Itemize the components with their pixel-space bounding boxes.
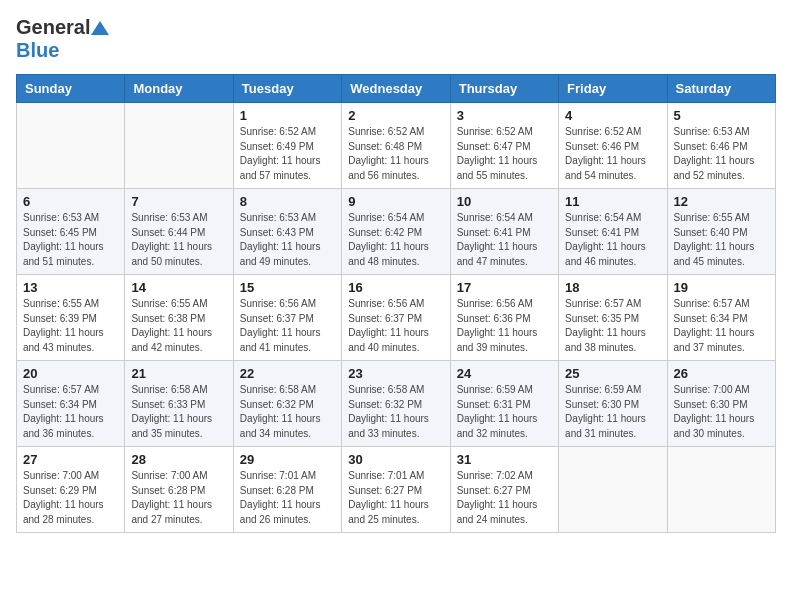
day-number: 9 xyxy=(348,194,443,209)
day-info: Sunrise: 6:53 AMSunset: 6:44 PMDaylight:… xyxy=(131,211,226,269)
calendar-cell: 25Sunrise: 6:59 AMSunset: 6:30 PMDayligh… xyxy=(559,361,667,447)
weekday-header: Wednesday xyxy=(342,75,450,103)
calendar-cell: 10Sunrise: 6:54 AMSunset: 6:41 PMDayligh… xyxy=(450,189,558,275)
page-header: General Blue xyxy=(16,16,776,62)
day-number: 10 xyxy=(457,194,552,209)
day-info: Sunrise: 6:54 AMSunset: 6:41 PMDaylight:… xyxy=(457,211,552,269)
svg-marker-0 xyxy=(91,21,109,35)
weekday-header: Monday xyxy=(125,75,233,103)
day-number: 31 xyxy=(457,452,552,467)
calendar-cell: 3Sunrise: 6:52 AMSunset: 6:47 PMDaylight… xyxy=(450,103,558,189)
day-info: Sunrise: 6:55 AMSunset: 6:39 PMDaylight:… xyxy=(23,297,118,355)
day-number: 6 xyxy=(23,194,118,209)
day-number: 25 xyxy=(565,366,660,381)
logo-icon xyxy=(91,21,109,35)
day-number: 15 xyxy=(240,280,335,295)
calendar-cell: 28Sunrise: 7:00 AMSunset: 6:28 PMDayligh… xyxy=(125,447,233,533)
weekday-header: Sunday xyxy=(17,75,125,103)
day-number: 20 xyxy=(23,366,118,381)
day-info: Sunrise: 7:00 AMSunset: 6:28 PMDaylight:… xyxy=(131,469,226,527)
day-number: 26 xyxy=(674,366,769,381)
day-number: 23 xyxy=(348,366,443,381)
weekday-header: Friday xyxy=(559,75,667,103)
calendar-cell: 20Sunrise: 6:57 AMSunset: 6:34 PMDayligh… xyxy=(17,361,125,447)
day-info: Sunrise: 6:53 AMSunset: 6:45 PMDaylight:… xyxy=(23,211,118,269)
calendar-cell: 1Sunrise: 6:52 AMSunset: 6:49 PMDaylight… xyxy=(233,103,341,189)
day-info: Sunrise: 6:52 AMSunset: 6:49 PMDaylight:… xyxy=(240,125,335,183)
calendar-cell: 12Sunrise: 6:55 AMSunset: 6:40 PMDayligh… xyxy=(667,189,775,275)
calendar-cell: 5Sunrise: 6:53 AMSunset: 6:46 PMDaylight… xyxy=(667,103,775,189)
calendar-cell: 27Sunrise: 7:00 AMSunset: 6:29 PMDayligh… xyxy=(17,447,125,533)
day-info: Sunrise: 6:53 AMSunset: 6:46 PMDaylight:… xyxy=(674,125,769,183)
day-number: 17 xyxy=(457,280,552,295)
day-info: Sunrise: 7:01 AMSunset: 6:28 PMDaylight:… xyxy=(240,469,335,527)
calendar-cell: 22Sunrise: 6:58 AMSunset: 6:32 PMDayligh… xyxy=(233,361,341,447)
day-info: Sunrise: 6:54 AMSunset: 6:42 PMDaylight:… xyxy=(348,211,443,269)
day-number: 28 xyxy=(131,452,226,467)
day-info: Sunrise: 7:00 AMSunset: 6:30 PMDaylight:… xyxy=(674,383,769,441)
calendar-cell: 11Sunrise: 6:54 AMSunset: 6:41 PMDayligh… xyxy=(559,189,667,275)
weekday-header: Tuesday xyxy=(233,75,341,103)
day-info: Sunrise: 6:59 AMSunset: 6:31 PMDaylight:… xyxy=(457,383,552,441)
day-number: 4 xyxy=(565,108,660,123)
calendar-cell: 2Sunrise: 6:52 AMSunset: 6:48 PMDaylight… xyxy=(342,103,450,189)
day-info: Sunrise: 6:53 AMSunset: 6:43 PMDaylight:… xyxy=(240,211,335,269)
calendar-week-row: 1Sunrise: 6:52 AMSunset: 6:49 PMDaylight… xyxy=(17,103,776,189)
day-info: Sunrise: 6:55 AMSunset: 6:38 PMDaylight:… xyxy=(131,297,226,355)
day-info: Sunrise: 6:57 AMSunset: 6:34 PMDaylight:… xyxy=(674,297,769,355)
calendar-cell: 9Sunrise: 6:54 AMSunset: 6:42 PMDaylight… xyxy=(342,189,450,275)
calendar-table: SundayMondayTuesdayWednesdayThursdayFrid… xyxy=(16,74,776,533)
day-number: 1 xyxy=(240,108,335,123)
day-number: 19 xyxy=(674,280,769,295)
day-info: Sunrise: 6:59 AMSunset: 6:30 PMDaylight:… xyxy=(565,383,660,441)
day-number: 5 xyxy=(674,108,769,123)
calendar-cell: 17Sunrise: 6:56 AMSunset: 6:36 PMDayligh… xyxy=(450,275,558,361)
weekday-header: Saturday xyxy=(667,75,775,103)
calendar-week-row: 6Sunrise: 6:53 AMSunset: 6:45 PMDaylight… xyxy=(17,189,776,275)
calendar-cell: 13Sunrise: 6:55 AMSunset: 6:39 PMDayligh… xyxy=(17,275,125,361)
logo: General Blue xyxy=(16,16,110,62)
calendar-cell: 18Sunrise: 6:57 AMSunset: 6:35 PMDayligh… xyxy=(559,275,667,361)
calendar-cell: 19Sunrise: 6:57 AMSunset: 6:34 PMDayligh… xyxy=(667,275,775,361)
calendar-cell: 24Sunrise: 6:59 AMSunset: 6:31 PMDayligh… xyxy=(450,361,558,447)
calendar-cell: 4Sunrise: 6:52 AMSunset: 6:46 PMDaylight… xyxy=(559,103,667,189)
day-info: Sunrise: 6:57 AMSunset: 6:34 PMDaylight:… xyxy=(23,383,118,441)
calendar-cell: 6Sunrise: 6:53 AMSunset: 6:45 PMDaylight… xyxy=(17,189,125,275)
day-number: 24 xyxy=(457,366,552,381)
calendar-cell: 30Sunrise: 7:01 AMSunset: 6:27 PMDayligh… xyxy=(342,447,450,533)
calendar-cell: 29Sunrise: 7:01 AMSunset: 6:28 PMDayligh… xyxy=(233,447,341,533)
day-info: Sunrise: 7:02 AMSunset: 6:27 PMDaylight:… xyxy=(457,469,552,527)
calendar-cell: 8Sunrise: 6:53 AMSunset: 6:43 PMDaylight… xyxy=(233,189,341,275)
day-info: Sunrise: 7:00 AMSunset: 6:29 PMDaylight:… xyxy=(23,469,118,527)
day-number: 18 xyxy=(565,280,660,295)
day-info: Sunrise: 6:52 AMSunset: 6:46 PMDaylight:… xyxy=(565,125,660,183)
day-number: 16 xyxy=(348,280,443,295)
logo-text-general: General xyxy=(16,16,90,39)
day-number: 3 xyxy=(457,108,552,123)
day-info: Sunrise: 6:54 AMSunset: 6:41 PMDaylight:… xyxy=(565,211,660,269)
logo-text-blue: Blue xyxy=(16,39,59,61)
day-info: Sunrise: 6:58 AMSunset: 6:32 PMDaylight:… xyxy=(240,383,335,441)
calendar-cell xyxy=(667,447,775,533)
day-number: 12 xyxy=(674,194,769,209)
day-number: 13 xyxy=(23,280,118,295)
calendar-cell: 31Sunrise: 7:02 AMSunset: 6:27 PMDayligh… xyxy=(450,447,558,533)
day-number: 14 xyxy=(131,280,226,295)
calendar-cell: 26Sunrise: 7:00 AMSunset: 6:30 PMDayligh… xyxy=(667,361,775,447)
calendar-week-row: 20Sunrise: 6:57 AMSunset: 6:34 PMDayligh… xyxy=(17,361,776,447)
calendar-cell: 7Sunrise: 6:53 AMSunset: 6:44 PMDaylight… xyxy=(125,189,233,275)
calendar-cell xyxy=(17,103,125,189)
day-number: 11 xyxy=(565,194,660,209)
day-number: 8 xyxy=(240,194,335,209)
day-info: Sunrise: 6:57 AMSunset: 6:35 PMDaylight:… xyxy=(565,297,660,355)
calendar-cell: 16Sunrise: 6:56 AMSunset: 6:37 PMDayligh… xyxy=(342,275,450,361)
day-info: Sunrise: 6:56 AMSunset: 6:37 PMDaylight:… xyxy=(240,297,335,355)
calendar-cell xyxy=(559,447,667,533)
day-number: 2 xyxy=(348,108,443,123)
day-info: Sunrise: 6:52 AMSunset: 6:47 PMDaylight:… xyxy=(457,125,552,183)
day-info: Sunrise: 6:56 AMSunset: 6:37 PMDaylight:… xyxy=(348,297,443,355)
day-number: 30 xyxy=(348,452,443,467)
weekday-header: Thursday xyxy=(450,75,558,103)
day-info: Sunrise: 6:55 AMSunset: 6:40 PMDaylight:… xyxy=(674,211,769,269)
day-info: Sunrise: 6:56 AMSunset: 6:36 PMDaylight:… xyxy=(457,297,552,355)
